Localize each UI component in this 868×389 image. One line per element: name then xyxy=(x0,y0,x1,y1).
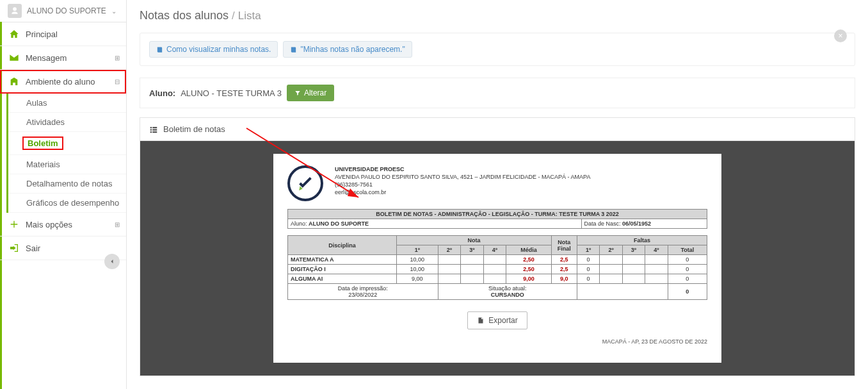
panel-header: Boletim de notas xyxy=(140,118,855,141)
nav-ambiente-label: Ambiente do aluno xyxy=(26,77,95,87)
book-icon xyxy=(290,46,297,53)
user-name: ALUNO DO SUPORTE xyxy=(27,6,106,15)
sub-boletim-label: Boletim xyxy=(22,137,63,150)
expand-icon: ⊞ xyxy=(115,221,120,228)
nav-principal[interactable]: Principal xyxy=(0,22,126,46)
help-link-naoaparecem[interactable]: "Minhas notas não aparecem." xyxy=(283,41,412,58)
chevron-down-icon: ⌄ xyxy=(111,8,117,15)
export-icon xyxy=(477,317,485,324)
collapse-icon: ⊟ xyxy=(115,78,120,85)
book-icon xyxy=(156,46,163,53)
th-f3: 3º xyxy=(622,245,645,255)
report-footer: MACAPÁ - AP, 23 DE AGOSTO DE 2022 xyxy=(287,338,707,345)
grade-row: ALGUMA AI9,009,009,000 xyxy=(288,274,707,284)
nav-ambiente-submenu: Aulas Atividades Boletim Materiais Detal… xyxy=(6,94,126,213)
panel-title: Boletim de notas xyxy=(163,124,225,134)
plus-icon xyxy=(9,219,19,229)
breadcrumb-sub: Lista xyxy=(238,10,261,22)
school-info: UNIVERSIDADE PROESC AVENIDA PAULO DO ESP… xyxy=(335,165,590,197)
grade-row: MATEMATICA A10,002,502,500 xyxy=(288,255,707,265)
school-phone: (96)3285-7561 xyxy=(335,181,590,188)
school-email: eerl@escola.com.br xyxy=(335,188,590,196)
close-helpbar-button[interactable]: × xyxy=(834,29,847,42)
student-selector: Aluno: ALUNO - TESTE TURMA 3 Alterar xyxy=(140,78,855,108)
boletim-panel: Boletim de notas UNIVERSIDADE PROESC AVE… xyxy=(140,117,855,376)
nav-sair-label: Sair xyxy=(26,244,40,253)
grades-table: Disciplina Nota Nota Final Faltas 1º 2º … xyxy=(287,235,707,300)
alterar-button[interactable]: Alterar xyxy=(287,85,334,101)
th-4: 4º xyxy=(483,245,506,255)
aluno-label: Aluno: xyxy=(291,220,307,227)
sidebar: ALUNO DO SUPORTE ⌄ Principal Mensagem ⊞ … xyxy=(0,0,127,389)
mail-icon xyxy=(9,53,19,63)
nav-mais[interactable]: Mais opções ⊞ xyxy=(0,213,126,236)
help-bar: Como visualizar minhas notas. "Minhas no… xyxy=(140,33,855,66)
print-label: Data de impressão: xyxy=(338,285,388,292)
school-address: AVENIDA PAULO DO ESPIRITO SANTO SILVA, 4… xyxy=(335,173,590,181)
help-link-label: Como visualizar minhas notas. xyxy=(166,45,271,54)
school-logo xyxy=(287,165,323,201)
report-title: BOLETIM DE NOTAS - ADMINISTRAÇÃO - LEGIS… xyxy=(288,210,707,219)
export-button[interactable]: Exportar xyxy=(467,311,527,329)
report-viewport: UNIVERSIDADE PROESC AVENIDA PAULO DO ESP… xyxy=(140,141,855,376)
th-disciplina: Disciplina xyxy=(288,236,397,255)
nav-principal-label: Principal xyxy=(26,29,58,39)
filter-icon xyxy=(294,90,301,96)
user-menu[interactable]: ALUNO DO SUPORTE ⌄ xyxy=(0,0,126,22)
breadcrumb: Notas dos alunos / Lista xyxy=(127,0,868,29)
sub-materiais[interactable]: Materiais xyxy=(8,155,126,174)
sub-graficos[interactable]: Gráficos de desempenho xyxy=(8,194,126,213)
student-label: Aluno: xyxy=(149,88,175,98)
nav-ambiente[interactable]: Ambiente do aluno ⊟ xyxy=(0,70,126,94)
list-icon xyxy=(149,125,158,134)
th-1: 1º xyxy=(397,245,438,255)
report-card: UNIVERSIDADE PROESC AVENIDA PAULO DO ESP… xyxy=(273,154,721,363)
help-link-visualizar[interactable]: Como visualizar minhas notas. xyxy=(149,41,278,58)
th-ftotal: Total xyxy=(668,245,707,255)
status-label: Situação atual: xyxy=(488,285,527,292)
print-date: 23/08/2022 xyxy=(348,292,377,298)
expand-icon: ⊞ xyxy=(115,54,120,62)
collapse-sidebar-button[interactable] xyxy=(104,254,120,269)
student-name: ALUNO - TESTE TURMA 3 xyxy=(181,88,282,98)
sub-detalhamento[interactable]: Detalhamento de notas xyxy=(8,174,126,194)
th-media: Média xyxy=(506,245,552,255)
aluno-value: ALUNO DO SUPORTE xyxy=(309,220,369,227)
nav-mais-label: Mais opções xyxy=(26,220,72,229)
sub-boletim[interactable]: Boletim xyxy=(8,132,126,155)
nav-mensagem[interactable]: Mensagem ⊞ xyxy=(0,46,126,70)
school-name: UNIVERSIDADE PROESC xyxy=(335,165,590,173)
avatar-icon xyxy=(8,4,22,18)
export-label: Exportar xyxy=(488,316,517,325)
grade-row: DIGITAÇÃO I10,002,502,500 xyxy=(288,265,707,274)
th-faltas: Faltas xyxy=(577,236,707,245)
th-f4: 4º xyxy=(645,245,668,255)
breadcrumb-sep: / xyxy=(232,10,235,22)
th-f2: 2º xyxy=(600,245,622,255)
th-nota: Nota xyxy=(397,236,552,245)
main-content: Notas dos alunos / Lista Como visualizar… xyxy=(127,0,868,389)
th-2: 2º xyxy=(438,245,460,255)
nasc-value: 06/05/1952 xyxy=(622,220,651,227)
help-link-label: "Minhas notas não aparecem." xyxy=(300,45,405,54)
th-3: 3º xyxy=(461,245,483,255)
total-faltas: 0 xyxy=(686,288,689,295)
status-value: CURSANDO xyxy=(491,292,524,298)
home-icon xyxy=(9,29,19,39)
th-final: Nota Final xyxy=(551,236,577,255)
logout-icon xyxy=(9,243,19,253)
nav-mensagem-label: Mensagem xyxy=(26,53,67,63)
nasc-label: Data de Nasc: xyxy=(584,220,621,227)
sub-aulas[interactable]: Aulas xyxy=(8,94,126,113)
alterar-label: Alterar xyxy=(304,88,326,97)
report-meta-table: BOLETIM DE NOTAS - ADMINISTRAÇÃO - LEGIS… xyxy=(287,209,707,229)
building-icon xyxy=(9,76,19,87)
sub-atividades[interactable]: Atividades xyxy=(8,113,126,132)
breadcrumb-main: Notas dos alunos xyxy=(140,9,229,22)
th-f1: 1º xyxy=(577,245,599,255)
